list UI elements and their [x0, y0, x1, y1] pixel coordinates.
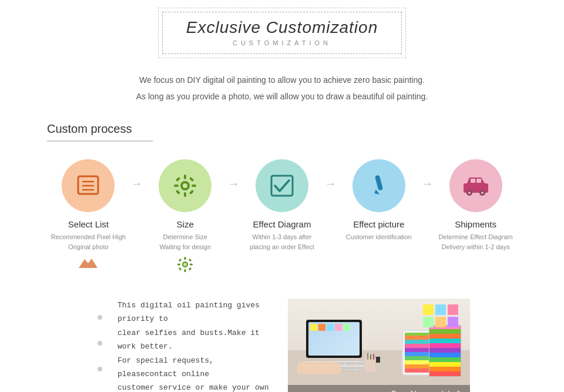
hand: [297, 361, 341, 374]
step-desc-5b: Delivery within 1-2 days: [442, 242, 510, 252]
sticky-notes: [423, 304, 461, 327]
svg-marker-27: [374, 189, 380, 196]
monitor-body: [306, 320, 362, 358]
sticky-pink: [448, 304, 458, 315]
sticky-purple: [448, 317, 458, 327]
note-4: [335, 324, 342, 331]
arrow-2: →: [227, 177, 241, 190]
desc-line1: We focus on DIY digital oil painting to …: [0, 72, 564, 88]
step-circle-2: [159, 159, 212, 212]
step-circle-3: [256, 159, 308, 212]
svg-rect-13: [176, 190, 180, 195]
step-label-1: Select List: [68, 219, 109, 229]
svg-rect-12: [189, 177, 194, 182]
step-desc-2b: Waiting for design: [159, 242, 211, 252]
note-3: [327, 324, 334, 331]
pen-icon: [368, 174, 390, 197]
step-select-list: Select List Recommended Pixel High Origi…: [47, 159, 130, 270]
step-label-4: Effect picture: [353, 219, 404, 229]
dot-1: [98, 315, 102, 320]
step-desc-1b: Original photo: [68, 242, 109, 252]
header-section: Exclusive Customization CUSTOMIZATION: [0, 12, 564, 54]
color-swatch: [429, 325, 461, 377]
step-desc-2a: Determine Size: [163, 232, 207, 242]
process-title: Custom process: [47, 122, 517, 136]
sticky-blue: [435, 304, 446, 315]
note-2: [318, 324, 325, 331]
body-text: This digital oil painting gives priority…: [118, 299, 276, 392]
svg-rect-19: [177, 264, 180, 266]
step-effect-diagram: Effect Diagram Within 1-3 days after pla…: [241, 159, 324, 252]
step-circle-5: [449, 159, 502, 212]
process-section: Custom process Select List Recommended P…: [0, 122, 564, 392]
car-icon: [462, 175, 489, 196]
caption-line1: Pure AI manual draft,: [391, 389, 463, 392]
image-caption: Pure AI manual draft, subdivide color bl…: [288, 385, 470, 392]
desc-line2: As long as you provide a photo, we will …: [0, 88, 564, 105]
svg-rect-21: [179, 259, 182, 262]
left-dots-col: [94, 299, 106, 392]
step-shipments: Shipments Determine Effect Diagram Deliv…: [434, 159, 517, 252]
dot-3: [98, 367, 102, 371]
sticky-yellow: [423, 304, 434, 315]
steps-row: Select List Recommended Pixel High Origi…: [47, 159, 517, 275]
svg-rect-30: [476, 179, 481, 183]
note-1: [310, 324, 317, 331]
svg-rect-17: [184, 257, 186, 260]
checkmark-icon: [270, 175, 294, 197]
sticky-orange: [435, 317, 446, 327]
svg-rect-22: [189, 259, 192, 262]
screen-content: [308, 322, 360, 333]
note-5: [343, 324, 350, 331]
main-title: Exclusive Customization: [186, 18, 378, 37]
process-title-underline: [47, 140, 153, 142]
list-icon: [76, 175, 100, 196]
gear-icon-below: [177, 256, 193, 275]
page-wrapper: Exclusive Customization CUSTOMIZATION We…: [0, 0, 564, 392]
svg-marker-4: [79, 259, 98, 268]
desk-scene: [288, 299, 470, 392]
step-effect-picture: Effect picture Customer identification: [337, 159, 420, 242]
arrow-3: →: [323, 177, 337, 190]
step-desc-3a: Within 1-3 days after: [253, 232, 312, 242]
svg-rect-8: [184, 192, 186, 197]
step-label-5: Shipments: [455, 219, 496, 229]
step-circle-1: [62, 159, 115, 212]
dot-2: [98, 341, 102, 346]
arrow-4: →: [420, 177, 434, 190]
svg-rect-11: [176, 177, 180, 182]
description: We focus on DIY digital oil painting to …: [0, 72, 564, 105]
svg-rect-29: [471, 179, 475, 183]
monitor-screen: [308, 322, 360, 356]
settings-icon: [173, 173, 197, 198]
step-circle-4: [352, 159, 405, 212]
header-border-box: Exclusive Customization CUSTOMIZATION: [162, 12, 402, 54]
step-size: Size Determine Size Waiting for design: [144, 159, 227, 275]
svg-rect-24: [189, 267, 192, 271]
step-desc-1a: Recommended Pixel High: [51, 232, 126, 242]
sticky-green: [423, 317, 434, 327]
image-block: Pure AI manual draft, subdivide color bl…: [288, 299, 470, 392]
svg-point-34: [481, 192, 484, 194]
svg-rect-7: [184, 175, 186, 179]
step-desc-3b: placing an order Effect: [250, 242, 314, 252]
step-desc-4a: Customer identification: [346, 232, 412, 242]
svg-point-6: [183, 183, 187, 188]
svg-rect-9: [174, 185, 179, 187]
body-paragraph: This digital oil painting gives priority…: [118, 299, 276, 392]
sub-title: CUSTOMIZATION: [186, 39, 378, 46]
cup: [364, 357, 376, 373]
svg-rect-18: [184, 269, 186, 272]
step-desc-5a: Determine Effect Diagram: [438, 232, 512, 242]
svg-rect-26: [375, 175, 383, 190]
svg-rect-14: [189, 190, 194, 195]
svg-rect-10: [192, 185, 196, 187]
mountain-icon: [79, 256, 98, 270]
bottom-row: This digital oil painting gives priority…: [47, 299, 517, 392]
step-label-3: Effect Diagram: [253, 219, 311, 229]
step-label-2: Size: [177, 219, 194, 229]
svg-rect-23: [179, 267, 182, 271]
svg-rect-20: [190, 264, 193, 266]
svg-point-32: [468, 192, 471, 194]
svg-point-16: [183, 263, 187, 266]
